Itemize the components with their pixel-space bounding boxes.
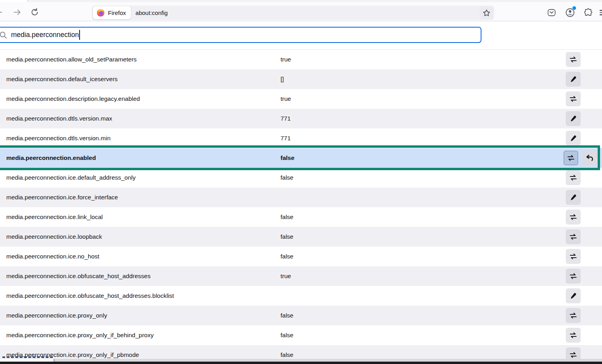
pocket-icon[interactable] [546, 7, 557, 19]
pref-row[interactable]: media.peerconnection.dtls.version.min 77… [0, 128, 602, 148]
pref-value: true [281, 95, 291, 102]
pref-name: media.peerconnection.ice.no_host [6, 253, 99, 260]
pref-name: media.peerconnection.ice.proxy_only [6, 312, 107, 319]
pref-value: false [281, 351, 294, 358]
pref-name: media.peerconnection.allow_old_setParame… [6, 56, 137, 63]
forward-icon[interactable] [12, 7, 22, 17]
revert-pref-button[interactable] [582, 150, 597, 165]
edit-pencil-icon [569, 75, 577, 83]
toggle-pref-button[interactable] [566, 210, 581, 225]
account-notification-dot [572, 6, 576, 10]
bookmark-star-icon[interactable] [480, 6, 493, 19]
navigation-toolbar: Firefox about:config [0, 2, 602, 21]
toggle-arrows-icon [569, 55, 578, 64]
toggle-arrows-icon [569, 272, 578, 280]
pref-row[interactable]: media.peerconnection.enabled false [0, 148, 602, 168]
pref-name: media.peerconnection.ice.link_local [6, 214, 103, 221]
search-input[interactable]: media.peerconnection [0, 27, 481, 43]
toggle-arrows-icon [569, 232, 578, 241]
extensions-puzzle-icon[interactable] [582, 7, 594, 19]
pref-value: false [281, 174, 294, 181]
pref-name: media.peerconnection.ice.default_address… [6, 174, 136, 181]
back-icon[interactable] [0, 7, 4, 17]
pref-value: true [281, 56, 291, 63]
menu-icon[interactable] [600, 9, 602, 17]
account-icon[interactable] [564, 7, 576, 19]
pref-row[interactable]: media.peerconnection.ice.link_local fals… [0, 207, 602, 227]
edit-pref-button[interactable] [566, 72, 581, 87]
search-icon [0, 31, 7, 39]
pref-row[interactable]: media.peerconnection.ice.proxy_only_if_b… [0, 325, 602, 345]
horizontal-scrollbar[interactable] [0, 359, 602, 362]
search-query-text[interactable]: media.peerconnection [11, 31, 79, 39]
pref-value: false [281, 253, 294, 260]
pref-row[interactable]: media.peerconnection.ice.obfuscate_host_… [0, 266, 602, 286]
pref-name: media.peerconnection.dtls.version.min [6, 135, 111, 142]
toggle-arrows-icon [569, 173, 578, 182]
pref-value: false [281, 312, 294, 319]
edit-pencil-icon [569, 115, 577, 123]
pref-name: media.peerconnection.enabled [6, 154, 96, 162]
toggle-pref-button[interactable] [563, 150, 578, 165]
toggle-arrows-icon [569, 95, 578, 103]
pref-name: media.peerconnection.ice.force_interface [6, 194, 118, 201]
toggle-arrows-icon [569, 252, 578, 261]
firefox-logo-icon [97, 9, 105, 17]
pref-name: media.peerconnection.description.legacy.… [6, 95, 140, 102]
prefs-table: media.peerconnection.allow_old_setParame… [0, 50, 602, 364]
pref-value: 771 [281, 135, 291, 142]
pref-name: media.peerconnection.ice.loopback [6, 233, 102, 240]
chip-label: Firefox [108, 9, 126, 16]
pref-value: false [281, 214, 294, 221]
toggle-pref-button[interactable] [566, 170, 581, 185]
undo-arrow-icon [585, 153, 595, 163]
pref-value: true [281, 273, 291, 280]
pref-row[interactable]: media.peerconnection.ice.loopback false [0, 227, 602, 247]
toggle-pref-button[interactable] [566, 229, 581, 244]
pref-value: false [281, 233, 294, 240]
pref-row[interactable]: media.peerconnection.ice.obfuscate_host_… [0, 286, 602, 306]
pref-row[interactable]: media.peerconnection.ice.force_interface [0, 188, 602, 207]
url-text[interactable]: about:config [136, 9, 480, 16]
config-search-section: media.peerconnection Show only modified … [0, 21, 602, 50]
taskbar-edge [0, 362, 602, 364]
pref-name: media.peerconnection.ice.obfuscate_host_… [6, 273, 150, 280]
pref-value: false [281, 154, 294, 162]
edit-pencil-icon [569, 292, 577, 300]
pref-row[interactable]: media.peerconnection.allow_old_setParame… [0, 50, 602, 69]
identity-chip[interactable]: Firefox [93, 6, 131, 19]
toggle-pref-button[interactable] [566, 308, 581, 323]
pref-value: 771 [281, 115, 291, 122]
text-caret [79, 30, 80, 40]
pref-row[interactable]: media.peerconnection.default_iceservers … [0, 69, 602, 89]
toggle-pref-button[interactable] [566, 269, 581, 284]
pref-row[interactable]: media.peerconnection.ice.proxy_only fals… [0, 306, 602, 325]
pref-name: media.peerconnection.ice.proxy_only_if_b… [6, 332, 154, 339]
url-bar[interactable]: Firefox about:config [92, 6, 494, 20]
pref-name: media.peerconnection.dtls.version.max [6, 115, 112, 122]
edit-pencil-icon [569, 134, 577, 142]
toggle-arrows-icon [569, 311, 578, 320]
toggle-pref-button[interactable] [566, 328, 581, 343]
edit-pref-button[interactable] [566, 190, 581, 205]
edit-pref-button[interactable] [566, 111, 581, 126]
toggle-pref-button[interactable] [566, 52, 581, 67]
reload-icon[interactable] [30, 7, 40, 17]
edit-pencil-icon [569, 193, 577, 201]
pref-name: media.peerconnection.default_iceservers [6, 76, 118, 83]
pref-row[interactable]: media.peerconnection.ice.no_host false [0, 247, 602, 266]
toggle-arrows-icon [569, 351, 578, 359]
edit-pref-button[interactable] [566, 288, 581, 303]
toggle-pref-button[interactable] [566, 91, 581, 106]
toggle-arrows-icon [569, 213, 578, 221]
toggle-pref-button[interactable] [566, 249, 581, 264]
pref-row[interactable]: media.peerconnection.ice.default_address… [0, 168, 602, 188]
pref-value: false [281, 332, 294, 339]
toggle-arrows-icon [567, 154, 575, 162]
pref-row[interactable]: media.peerconnection.description.legacy.… [0, 89, 602, 109]
pref-name: media.peerconnection.ice.obfuscate_host_… [6, 292, 174, 299]
edit-pref-button[interactable] [566, 131, 581, 146]
pref-value: [] [281, 76, 284, 83]
pref-row[interactable]: media.peerconnection.dtls.version.max 77… [0, 109, 602, 128]
toggle-arrows-icon [569, 331, 578, 340]
